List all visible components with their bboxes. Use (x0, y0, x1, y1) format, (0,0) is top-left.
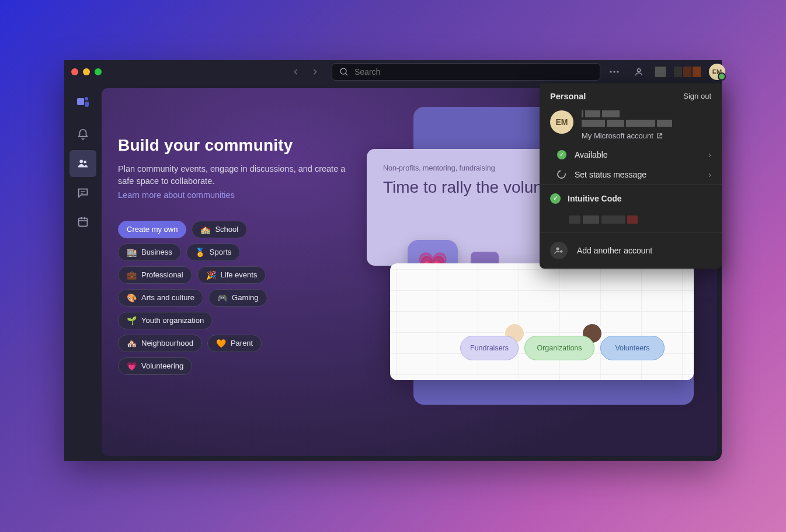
pointer-arrow-icon: ➚ (540, 192, 542, 210)
gaming-icon: 🎮 (217, 293, 227, 302)
svg-point-1 (610, 71, 611, 72)
window-controls (71, 68, 102, 75)
chip-school[interactable]: 🏫School (192, 221, 247, 238)
page-title: Build your community (118, 136, 347, 155)
maximize-window-button[interactable] (95, 68, 102, 75)
account-avatar: EM (550, 110, 573, 134)
chip-arts[interactable]: 🎨Arts and culture (118, 289, 203, 307)
redacted-orgs (655, 67, 666, 77)
titlebar: EM (64, 60, 722, 84)
chip-business[interactable]: 🏬Business (118, 244, 181, 261)
search-bar[interactable] (332, 63, 600, 81)
svg-point-6 (85, 97, 88, 100)
teams-logo-icon (69, 88, 96, 115)
org-name: Intuitive Code (568, 194, 622, 203)
search-icon (339, 67, 349, 77)
node-organizations: Organizations (524, 336, 594, 360)
chevron-right-icon: › (708, 150, 711, 159)
parent-icon: 🧡 (216, 339, 226, 348)
youth-icon: 🌱 (127, 316, 137, 325)
node-fundraisers: Fundraisers (460, 336, 519, 360)
svg-point-0 (340, 68, 346, 74)
nav-forward-button[interactable] (307, 64, 322, 79)
my-microsoft-account-link[interactable]: My Microsoft account (582, 131, 663, 140)
community-chips: Create my own 🏫School 🏬Business 🏅Sports … (118, 221, 293, 375)
status-message-icon (555, 168, 567, 180)
search-input[interactable] (354, 67, 593, 77)
chip-youth[interactable]: 🌱Youth organization (118, 312, 213, 329)
org-row[interactable]: ➚ ✓ Intuitive Code (540, 185, 722, 212)
neighbourhood-icon: 🏘️ (127, 339, 137, 348)
chip-gaming[interactable]: 🎮Gaming (208, 289, 267, 307)
set-status-row[interactable]: Set status message › (540, 165, 722, 185)
redacted-org-email (540, 212, 722, 232)
business-icon: 🏬 (127, 248, 137, 257)
chip-create-my-own[interactable]: Create my own (118, 221, 186, 238)
sign-out-link[interactable]: Sign out (683, 92, 711, 100)
life-events-icon: 🎉 (206, 270, 216, 280)
app-window: EM Build your community Plan commu (64, 60, 722, 461)
svg-point-10 (556, 247, 559, 250)
minimize-window-button[interactable] (83, 68, 90, 75)
chip-professional[interactable]: 💼Professional (118, 266, 192, 284)
redacted-email (582, 120, 711, 127)
svg-point-8 (84, 160, 86, 163)
account-panel: Personal Sign out EM My Microsoft accoun… (540, 84, 722, 269)
page-description: Plan community events, engage in discuss… (118, 163, 347, 187)
close-window-button[interactable] (71, 68, 78, 75)
sidebar-community[interactable] (69, 150, 96, 177)
chip-neighbourhood[interactable]: 🏘️Neighbourhood (118, 335, 202, 352)
svg-point-3 (617, 71, 618, 72)
chip-volunteering[interactable]: 💗Volunteering (118, 357, 192, 375)
sidebar (64, 84, 102, 461)
school-icon: 🏫 (200, 225, 210, 234)
calendar-icon (76, 215, 89, 228)
svg-point-2 (613, 71, 615, 72)
redacted-name (582, 110, 711, 117)
svg-point-7 (79, 159, 83, 163)
svg-point-4 (637, 68, 640, 71)
sports-icon: 🏅 (195, 248, 205, 257)
chip-parent[interactable]: 🧡Parent (207, 335, 262, 352)
external-link-icon (656, 133, 663, 139)
sidebar-calendar[interactable] (69, 208, 96, 235)
learn-more-link[interactable]: Learn more about communities (118, 190, 235, 200)
sidebar-activity[interactable] (69, 121, 96, 148)
add-another-account-button[interactable]: Add another account (540, 232, 722, 269)
people-icon[interactable] (631, 64, 647, 80)
volunteering-icon: 💗 (127, 361, 137, 371)
chevron-right-icon: › (708, 170, 711, 179)
svg-rect-9 (79, 218, 88, 226)
arts-icon: 🎨 (127, 293, 137, 302)
grid-card: Fundraisers Organizations Volunteers (390, 263, 694, 380)
status-available-row[interactable]: ✓ Available › (540, 145, 722, 165)
svg-rect-5 (77, 98, 84, 105)
account-panel-title: Personal (550, 92, 586, 101)
chat-icon (76, 186, 89, 199)
more-options-button[interactable] (606, 64, 622, 80)
people-group-icon (76, 157, 89, 170)
node-volunteers: Volunteers (600, 336, 665, 360)
nav-back-button[interactable] (288, 64, 304, 79)
profile-avatar-button[interactable]: EM (709, 64, 725, 80)
sidebar-chat[interactable] (69, 179, 96, 206)
chip-life-events[interactable]: 🎉Life events (197, 266, 266, 284)
check-circle-icon: ✓ (550, 193, 561, 204)
chip-sports[interactable]: 🏅Sports (186, 244, 241, 261)
add-person-icon (550, 242, 568, 259)
professional-icon: 💼 (127, 270, 137, 280)
status-available-icon: ✓ (557, 150, 566, 159)
redacted-orgs-2 (674, 67, 701, 77)
bell-icon (76, 128, 89, 141)
